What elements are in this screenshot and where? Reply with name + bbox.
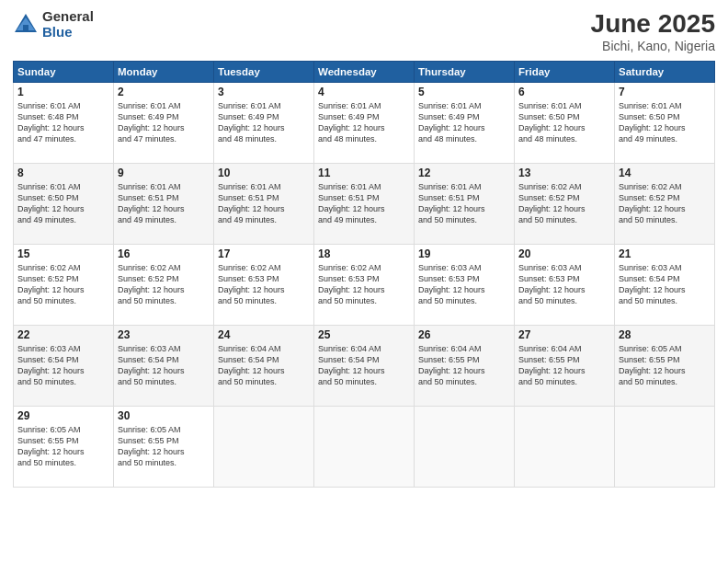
- day-info: Sunrise: 6:04 AM Sunset: 6:55 PM Dayligh…: [518, 343, 610, 388]
- calendar-cell: [415, 407, 515, 488]
- calendar-cell: 2Sunrise: 6:01 AM Sunset: 6:49 PM Daylig…: [114, 83, 214, 164]
- day-number: 4: [318, 86, 410, 98]
- header: General Blue June 2025 Bichi, Kano, Nige…: [13, 9, 715, 53]
- day-info: Sunrise: 6:05 AM Sunset: 6:55 PM Dayligh…: [17, 424, 109, 469]
- calendar-cell: 25Sunrise: 6:04 AM Sunset: 6:54 PM Dayli…: [314, 326, 415, 407]
- calendar-cell: 7Sunrise: 6:01 AM Sunset: 6:50 PM Daylig…: [615, 83, 715, 164]
- calendar-week-row: 29Sunrise: 6:05 AM Sunset: 6:55 PM Dayli…: [14, 407, 715, 488]
- day-info: Sunrise: 6:04 AM Sunset: 6:54 PM Dayligh…: [218, 343, 310, 388]
- day-info: Sunrise: 6:01 AM Sunset: 6:50 PM Dayligh…: [518, 100, 610, 145]
- day-info: Sunrise: 6:03 AM Sunset: 6:54 PM Dayligh…: [619, 262, 711, 307]
- calendar-header-thursday: Thursday: [415, 62, 515, 83]
- calendar-cell: 9Sunrise: 6:01 AM Sunset: 6:51 PM Daylig…: [114, 164, 214, 245]
- day-info: Sunrise: 6:01 AM Sunset: 6:51 PM Dayligh…: [118, 181, 210, 226]
- calendar-cell: 12Sunrise: 6:01 AM Sunset: 6:51 PM Dayli…: [415, 164, 515, 245]
- page: General Blue June 2025 Bichi, Kano, Nige…: [0, 0, 728, 563]
- calendar-header-tuesday: Tuesday: [214, 62, 314, 83]
- day-info: Sunrise: 6:01 AM Sunset: 6:50 PM Dayligh…: [17, 181, 109, 226]
- calendar-cell: 8Sunrise: 6:01 AM Sunset: 6:50 PM Daylig…: [14, 164, 114, 245]
- day-info: Sunrise: 6:01 AM Sunset: 6:49 PM Dayligh…: [318, 100, 410, 145]
- calendar-header-monday: Monday: [114, 62, 214, 83]
- logo-text: General Blue: [42, 9, 94, 40]
- day-info: Sunrise: 6:03 AM Sunset: 6:53 PM Dayligh…: [518, 262, 610, 307]
- calendar-cell: 15Sunrise: 6:02 AM Sunset: 6:52 PM Dayli…: [14, 245, 114, 326]
- day-info: Sunrise: 6:02 AM Sunset: 6:52 PM Dayligh…: [619, 181, 711, 226]
- calendar-header-sunday: Sunday: [14, 62, 114, 83]
- calendar-cell: 21Sunrise: 6:03 AM Sunset: 6:54 PM Dayli…: [615, 245, 715, 326]
- day-number: 29: [17, 409, 109, 422]
- day-info: Sunrise: 6:01 AM Sunset: 6:51 PM Dayligh…: [418, 181, 510, 226]
- calendar-cell: 27Sunrise: 6:04 AM Sunset: 6:55 PM Dayli…: [515, 326, 615, 407]
- day-info: Sunrise: 6:03 AM Sunset: 6:54 PM Dayligh…: [17, 343, 109, 388]
- day-info: Sunrise: 6:01 AM Sunset: 6:49 PM Dayligh…: [218, 100, 310, 145]
- day-info: Sunrise: 6:01 AM Sunset: 6:50 PM Dayligh…: [619, 100, 711, 145]
- calendar-header-wednesday: Wednesday: [314, 62, 415, 83]
- calendar-cell: 17Sunrise: 6:02 AM Sunset: 6:53 PM Dayli…: [214, 245, 314, 326]
- day-number: 22: [17, 328, 109, 341]
- day-info: Sunrise: 6:04 AM Sunset: 6:54 PM Dayligh…: [318, 343, 410, 388]
- day-info: Sunrise: 6:02 AM Sunset: 6:53 PM Dayligh…: [218, 262, 310, 307]
- day-info: Sunrise: 6:01 AM Sunset: 6:48 PM Dayligh…: [17, 100, 109, 145]
- calendar-week-row: 8Sunrise: 6:01 AM Sunset: 6:50 PM Daylig…: [14, 164, 715, 245]
- calendar-cell: 1Sunrise: 6:01 AM Sunset: 6:48 PM Daylig…: [14, 83, 114, 164]
- calendar-cell: 19Sunrise: 6:03 AM Sunset: 6:53 PM Dayli…: [415, 245, 515, 326]
- day-info: Sunrise: 6:01 AM Sunset: 6:51 PM Dayligh…: [318, 181, 410, 226]
- logo-icon: [13, 12, 39, 38]
- day-info: Sunrise: 6:03 AM Sunset: 6:54 PM Dayligh…: [118, 343, 210, 388]
- day-number: 23: [118, 328, 210, 341]
- calendar-cell: 26Sunrise: 6:04 AM Sunset: 6:55 PM Dayli…: [415, 326, 515, 407]
- calendar-cell: 16Sunrise: 6:02 AM Sunset: 6:52 PM Dayli…: [114, 245, 214, 326]
- calendar-cell: 18Sunrise: 6:02 AM Sunset: 6:53 PM Dayli…: [314, 245, 415, 326]
- calendar-cell: 29Sunrise: 6:05 AM Sunset: 6:55 PM Dayli…: [14, 407, 114, 488]
- calendar-header-friday: Friday: [515, 62, 615, 83]
- calendar-cell: [515, 407, 615, 488]
- day-number: 12: [418, 167, 510, 179]
- day-info: Sunrise: 6:01 AM Sunset: 6:49 PM Dayligh…: [118, 100, 210, 145]
- day-number: 3: [218, 86, 310, 98]
- day-number: 26: [418, 328, 510, 341]
- day-info: Sunrise: 6:05 AM Sunset: 6:55 PM Dayligh…: [619, 343, 711, 388]
- calendar-cell: 28Sunrise: 6:05 AM Sunset: 6:55 PM Dayli…: [615, 326, 715, 407]
- day-number: 9: [118, 167, 210, 179]
- day-number: 18: [318, 247, 410, 260]
- title-block: June 2025 Bichi, Kano, Nigeria: [591, 9, 715, 53]
- day-info: Sunrise: 6:02 AM Sunset: 6:53 PM Dayligh…: [318, 262, 410, 307]
- day-number: 27: [518, 328, 610, 341]
- logo: General Blue: [13, 9, 94, 40]
- day-info: Sunrise: 6:02 AM Sunset: 6:52 PM Dayligh…: [518, 181, 610, 226]
- calendar-cell: [615, 407, 715, 488]
- calendar-cell: 22Sunrise: 6:03 AM Sunset: 6:54 PM Dayli…: [14, 326, 114, 407]
- logo-blue-text: Blue: [42, 25, 94, 40]
- calendar-cell: 10Sunrise: 6:01 AM Sunset: 6:51 PM Dayli…: [214, 164, 314, 245]
- day-number: 17: [218, 247, 310, 260]
- day-number: 15: [17, 247, 109, 260]
- calendar-cell: 5Sunrise: 6:01 AM Sunset: 6:49 PM Daylig…: [415, 83, 515, 164]
- calendar-cell: 3Sunrise: 6:01 AM Sunset: 6:49 PM Daylig…: [214, 83, 314, 164]
- day-number: 13: [518, 167, 610, 179]
- calendar-cell: 13Sunrise: 6:02 AM Sunset: 6:52 PM Dayli…: [515, 164, 615, 245]
- calendar-cell: 20Sunrise: 6:03 AM Sunset: 6:53 PM Dayli…: [515, 245, 615, 326]
- calendar-week-row: 22Sunrise: 6:03 AM Sunset: 6:54 PM Dayli…: [14, 326, 715, 407]
- calendar-week-row: 15Sunrise: 6:02 AM Sunset: 6:52 PM Dayli…: [14, 245, 715, 326]
- calendar-cell: [314, 407, 415, 488]
- day-number: 28: [619, 328, 711, 341]
- calendar-cell: 6Sunrise: 6:01 AM Sunset: 6:50 PM Daylig…: [515, 83, 615, 164]
- calendar-week-row: 1Sunrise: 6:01 AM Sunset: 6:48 PM Daylig…: [14, 83, 715, 164]
- day-info: Sunrise: 6:02 AM Sunset: 6:52 PM Dayligh…: [118, 262, 210, 307]
- calendar-cell: 4Sunrise: 6:01 AM Sunset: 6:49 PM Daylig…: [314, 83, 415, 164]
- day-number: 30: [118, 409, 210, 422]
- title-month: June 2025: [591, 9, 715, 39]
- calendar-cell: 11Sunrise: 6:01 AM Sunset: 6:51 PM Dayli…: [314, 164, 415, 245]
- day-number: 11: [318, 167, 410, 179]
- calendar: SundayMondayTuesdayWednesdayThursdayFrid…: [13, 61, 715, 488]
- logo-general-text: General: [42, 9, 94, 25]
- day-number: 21: [619, 247, 711, 260]
- calendar-cell: [214, 407, 314, 488]
- day-info: Sunrise: 6:03 AM Sunset: 6:53 PM Dayligh…: [418, 262, 510, 307]
- day-number: 20: [518, 247, 610, 260]
- day-number: 10: [218, 167, 310, 179]
- calendar-cell: 23Sunrise: 6:03 AM Sunset: 6:54 PM Dayli…: [114, 326, 214, 407]
- day-number: 7: [619, 86, 711, 98]
- day-info: Sunrise: 6:04 AM Sunset: 6:55 PM Dayligh…: [418, 343, 510, 388]
- calendar-header-saturday: Saturday: [615, 62, 715, 83]
